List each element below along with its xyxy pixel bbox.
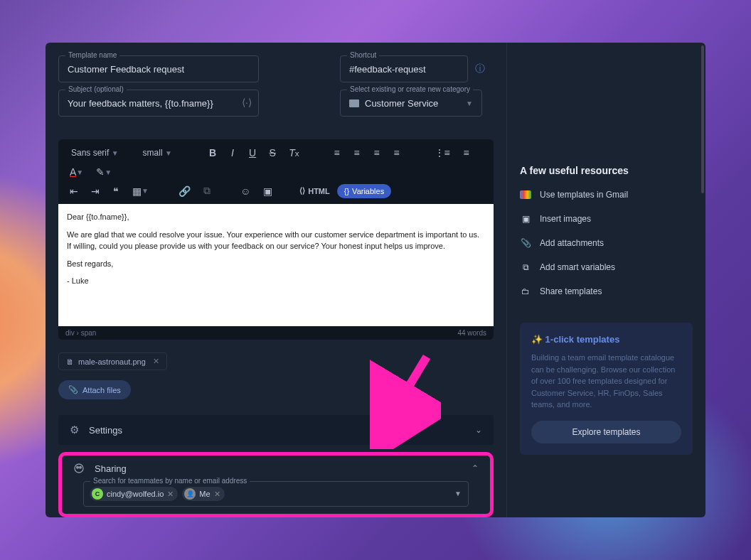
share-chip-label: Me [199, 490, 210, 498]
align-right-icon[interactable]: ≡ [371, 146, 383, 160]
svg-point-2 [80, 466, 82, 468]
dropdown-icon[interactable]: ▼ [454, 490, 462, 497]
unlink-icon[interactable]: ⧉ [201, 183, 213, 198]
category-group: Select existing or create new category C… [340, 90, 482, 117]
file-icon: 🗎 [66, 357, 74, 366]
chevron-down-icon: ▼ [466, 99, 473, 107]
text-color-icon[interactable]: A ▼ [67, 165, 86, 179]
align-left-icon[interactable]: ≡ [331, 146, 343, 160]
resource-label: Share templates [540, 286, 602, 296]
number-list-icon[interactable]: ≡ [460, 146, 473, 160]
resources-pane: A few useful resources Use templates in … [506, 43, 705, 517]
promo-title: ✨ 1-click templates [531, 334, 681, 345]
promo-box: ✨ 1-click templates Building a team emai… [520, 323, 693, 455]
remove-chip-icon[interactable]: ✕ [214, 490, 220, 499]
resource-share[interactable]: 🗀 Share templates [520, 286, 693, 297]
svg-point-0 [75, 464, 83, 473]
share-chip-me[interactable]: 👤 Me ✕ [182, 487, 224, 501]
subject-input[interactable]: Your feedback matters, {{to.fname}} [58, 90, 259, 117]
resource-variables[interactable]: ⧉ Add smart variables [520, 262, 693, 273]
editor-closing: Best regards, [67, 258, 485, 270]
teammate-search-label: Search for teammates by name or email ad… [90, 477, 250, 485]
share-chip-cindy[interactable]: C cindy@wolfed.io ✕ [90, 487, 178, 501]
remove-attachment-icon[interactable]: ✕ [153, 357, 159, 366]
editor-body-text: We are glad that we could resolve your i… [67, 229, 485, 252]
bullet-list-icon[interactable]: ⋮≡ [432, 146, 453, 160]
paperclip-icon: 📎 [520, 237, 531, 249]
breadcrumb: div › span [65, 329, 96, 337]
shortcut-value: #feedback-request [349, 64, 426, 75]
sharing-section-highlight: Sharing ⌃ Search for teammates by name o… [58, 452, 494, 517]
align-justify-icon[interactable]: ≡ [390, 146, 403, 160]
quote-icon[interactable]: ❝ [110, 184, 122, 198]
sharing-label: Sharing [95, 463, 127, 474]
italic-icon[interactable]: I [226, 146, 239, 160]
emoji-icon[interactable]: ☺ [238, 184, 253, 198]
attach-files-label: Attach files [82, 386, 121, 394]
avatar: 👤 [184, 488, 196, 500]
resources-title: A few useful resources [520, 165, 693, 176]
subject-value: Your feedback matters, {{to.fname}} [68, 98, 213, 109]
editor-toolbar: Sans serif ▼ small ▼ B I U S Tx ≡ ≡ ≡ ≡ … [58, 139, 494, 204]
left-pane: Template name Customer Feedback request … [46, 43, 506, 517]
chevron-down-icon: ⌄ [475, 425, 482, 435]
shortcut-label: Shortcut [347, 51, 379, 59]
html-button[interactable]: ⟨⟩ HTML [299, 186, 330, 195]
attachment-filename: male-astronaut.png [78, 357, 146, 366]
variables-button[interactable]: {} Variables [337, 184, 391, 198]
scrollbar[interactable] [701, 45, 704, 193]
gear-icon: ⚙ [70, 424, 79, 436]
template-editor-modal: Template name Customer Feedback request … [46, 43, 705, 517]
editor-status-bar: div › span 44 words [58, 326, 494, 340]
info-icon[interactable]: ⓘ [475, 63, 485, 75]
paperclip-icon: 📎 [68, 385, 78, 394]
category-select[interactable]: Customer Service ▼ [340, 90, 482, 117]
image-icon[interactable]: ▣ [260, 184, 275, 198]
table-icon[interactable]: ▦ ▼ [129, 184, 151, 198]
outdent-icon[interactable]: ⇤ [67, 184, 81, 198]
category-label: Select existing or create new category [347, 85, 473, 93]
resource-label: Use templates in Gmail [540, 190, 628, 200]
share-icon [73, 463, 85, 474]
share-chip-label: cindy@wolfed.io [107, 490, 164, 498]
resource-gmail[interactable]: Use templates in Gmail [520, 189, 693, 200]
word-count: 44 words [457, 329, 486, 337]
template-name-input[interactable]: Customer Feedback request [58, 55, 259, 82]
explore-templates-button[interactable]: Explore templates [531, 421, 681, 443]
font-select[interactable]: Sans serif ▼ [67, 145, 132, 161]
avatar: C [92, 488, 103, 500]
settings-section[interactable]: ⚙ Settings ⌄ [58, 415, 494, 445]
attach-files-button[interactable]: 📎 Attach files [58, 380, 131, 399]
settings-label: Settings [89, 425, 122, 436]
subject-label: Subject (optional) [65, 85, 127, 93]
highlight-icon[interactable]: ✎ ▼ [93, 165, 114, 179]
gmail-icon [520, 189, 531, 200]
shortcut-input[interactable]: #feedback-request [340, 55, 468, 82]
link-icon[interactable]: 🔗 [176, 184, 193, 198]
template-name-label: Template name [65, 51, 119, 59]
chevron-up-icon: ⌃ [472, 463, 479, 473]
indent-icon[interactable]: ⇥ [88, 184, 102, 198]
attachment-area: 🗎 male-astronaut.png ✕ 📎 Attach files [58, 352, 494, 399]
insert-variable-icon[interactable]: ⟨·⟩ [242, 97, 252, 108]
template-name-value: Customer Feedback request [68, 64, 184, 75]
size-select[interactable]: small ▼ [139, 145, 185, 161]
category-value: Customer Service [365, 98, 438, 109]
resource-images[interactable]: ▣ Insert images [520, 213, 693, 225]
editor-greeting: Dear {{to.fname}}, [67, 211, 485, 223]
resource-attachments[interactable]: 📎 Add attachments [520, 237, 693, 249]
strike-icon[interactable]: S [266, 146, 279, 160]
teammate-search-group: Search for teammates by name or email ad… [83, 481, 469, 507]
underline-icon[interactable]: U [246, 146, 259, 160]
remove-chip-icon[interactable]: ✕ [167, 490, 174, 499]
teammate-search-input[interactable]: C cindy@wolfed.io ✕ 👤 Me ✕ [83, 481, 469, 507]
folder-share-icon: 🗀 [520, 286, 531, 297]
bold-icon[interactable]: B [206, 146, 219, 160]
resource-label: Insert images [540, 214, 591, 224]
attachment-chip[interactable]: 🗎 male-astronaut.png ✕ [58, 352, 167, 370]
clear-format-icon[interactable]: Tx [286, 146, 302, 160]
variable-icon: ⧉ [520, 262, 531, 273]
editor-body[interactable]: Dear {{to.fname}}, We are glad that we c… [58, 204, 494, 326]
align-center-icon[interactable]: ≡ [351, 146, 363, 160]
shortcut-group: Shortcut #feedback-request [340, 55, 468, 82]
